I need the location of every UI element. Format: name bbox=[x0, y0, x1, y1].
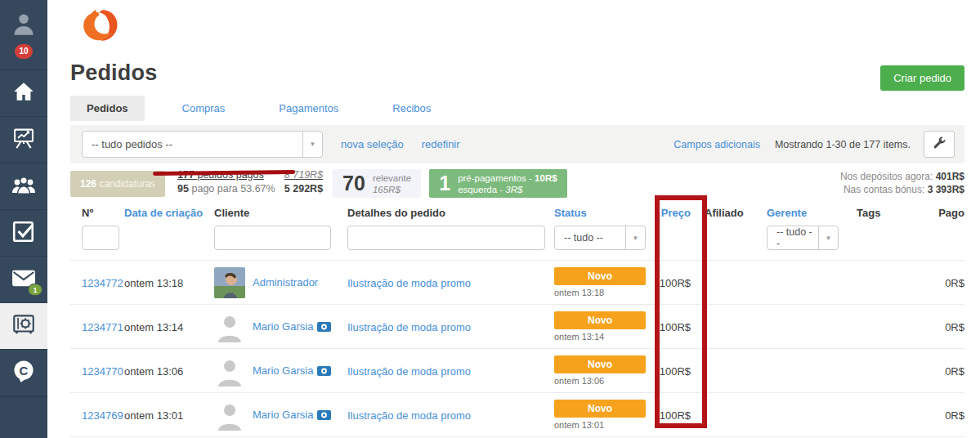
tab-pagamentos[interactable]: Pagamentos bbox=[262, 96, 355, 121]
additional-fields-link[interactable]: Campos adicionais bbox=[673, 139, 760, 150]
col-header-tags: Tags bbox=[843, 207, 924, 219]
tab-pedidos[interactable]: Pedidos bbox=[70, 96, 145, 121]
table-row: 1234769 ontem 13:01 Mario Garsia Ilustra… bbox=[70, 393, 964, 437]
sidebar-item-chat[interactable]: C bbox=[0, 350, 47, 396]
col-header-number: Nº bbox=[70, 207, 121, 219]
filter-status-select[interactable]: -- tudo -- ▼ bbox=[554, 226, 646, 250]
order-created: ontem 13:01 bbox=[124, 409, 183, 422]
chevron-down-icon: ▼ bbox=[818, 226, 838, 249]
sidebar-item-tasks[interactable] bbox=[0, 210, 47, 257]
chevron-down-icon: ▼ bbox=[302, 132, 322, 157]
stat-applications-label: candidaturas bbox=[99, 178, 155, 190]
table-filter-row: -- tudo -- ▼ -- tudo -- ▼ bbox=[70, 226, 964, 261]
reset-link[interactable]: redefinir bbox=[422, 138, 460, 150]
order-number-link[interactable]: 1234769 bbox=[82, 409, 123, 422]
filter-client-input[interactable] bbox=[214, 226, 331, 250]
tab-compras[interactable]: Compras bbox=[166, 96, 242, 121]
wrench-icon bbox=[933, 136, 946, 153]
table-settings-button[interactable] bbox=[924, 131, 955, 158]
order-created: ontem 13:14 bbox=[124, 321, 183, 333]
sidebar-item-user[interactable]: 10 bbox=[0, 0, 47, 70]
order-number-link[interactable]: 1234771 bbox=[82, 321, 123, 333]
page-title: Pedidos bbox=[70, 60, 964, 86]
app-logo-squirrel-icon[interactable] bbox=[78, 7, 121, 47]
stat-relevant: 70 relevante 165R$ bbox=[333, 169, 421, 198]
order-created: ontem 13:06 bbox=[124, 365, 183, 378]
statistics-board-icon bbox=[11, 126, 36, 154]
client-name-link[interactable]: Mario Garsia bbox=[253, 320, 313, 333]
sidebar-item-mail[interactable]: 1 bbox=[0, 257, 47, 303]
filter-bar: -- tudo pedidos -- ▼ nova seleção redefi… bbox=[70, 125, 964, 163]
account-balances: Nos depósitos agora: 401R$ Nas contas bó… bbox=[840, 170, 964, 196]
table-row: 1234772 ontem 13:18 Administrador Ilustr… bbox=[70, 261, 964, 305]
saved-filter-select[interactable]: -- tudo pedidos -- ▼ bbox=[82, 131, 323, 158]
camera-badge-icon bbox=[317, 366, 331, 376]
sidebar-item-orders-active[interactable] bbox=[0, 303, 47, 350]
main-content: Pedidos Criar pedido Pedidos Compras Pag… bbox=[47, 0, 980, 438]
status-badge: Novo bbox=[554, 311, 646, 329]
col-header-client: Cliente bbox=[206, 207, 335, 219]
filter-number-input[interactable] bbox=[82, 226, 119, 250]
stat-applications: 126 candidaturas bbox=[70, 171, 165, 197]
chevron-down-icon: ▼ bbox=[625, 226, 645, 249]
stat-relevant-amount: 165R$ bbox=[373, 185, 401, 194]
camera-badge-icon bbox=[317, 322, 331, 332]
checkbox-check-icon bbox=[11, 219, 36, 247]
order-details-link[interactable]: Ilustração de moda promo bbox=[347, 321, 471, 333]
order-details-link[interactable]: Ilustração de moda promo bbox=[347, 409, 471, 422]
svg-text:C: C bbox=[20, 364, 29, 378]
col-header-affiliate: Afiliado bbox=[697, 207, 754, 219]
order-price: 100R$ bbox=[660, 409, 691, 422]
stat-relevant-label: relevante bbox=[373, 173, 411, 183]
create-order-button[interactable]: Criar pedido bbox=[880, 65, 964, 91]
orders-page: 10 bbox=[0, 0, 980, 438]
col-header-status[interactable]: Status bbox=[542, 207, 648, 219]
order-paid: 0R$ bbox=[945, 365, 964, 378]
stat-paid-orders-line1: 177 pedidos pagos bbox=[177, 169, 264, 181]
order-number-link[interactable]: 1234772 bbox=[82, 277, 123, 289]
tab-recibos[interactable]: Recibos bbox=[376, 96, 447, 121]
client-placeholder-avatar bbox=[214, 311, 245, 342]
filter-details-input[interactable] bbox=[347, 226, 545, 250]
sidebar-item-customers[interactable] bbox=[0, 163, 47, 210]
stat-applications-value: 126 bbox=[80, 178, 96, 190]
stats-row: 126 candidaturas 177 pedidos pagos 8 719… bbox=[70, 169, 964, 198]
col-header-details: Detalhes do pedido bbox=[335, 207, 542, 219]
client-placeholder-avatar bbox=[214, 400, 245, 431]
table-row: 1234771 ontem 13:14 Mario Garsia Ilustra… bbox=[70, 305, 964, 349]
client-photo-avatar bbox=[214, 267, 245, 298]
col-header-price[interactable]: Preço bbox=[648, 207, 697, 219]
new-selection-link[interactable]: nova seleção bbox=[341, 138, 404, 150]
stat-paid-orders: 177 pedidos pagos 8 719R$ 95 pago para 5… bbox=[177, 169, 323, 194]
order-details-link[interactable]: Ilustração de moda promo bbox=[347, 277, 471, 289]
orders-table: Nº Data de criação Cliente Detalhes do p… bbox=[70, 203, 964, 437]
status-time: ontem 13:14 bbox=[554, 332, 648, 342]
bonus-line: Nas contas bónus: 3 393R$ bbox=[840, 183, 964, 196]
deposits-line: Nos depósitos agora: 401R$ bbox=[840, 170, 964, 183]
stat-paid-orders-paid-amount: 5 292R$ bbox=[284, 183, 323, 194]
order-price: 100R$ bbox=[660, 277, 691, 289]
client-name-link[interactable]: Mario Garsia bbox=[253, 409, 313, 421]
order-paid: 0R$ bbox=[945, 321, 964, 333]
status-time: ontem 13:06 bbox=[554, 376, 648, 386]
sidebar-item-statistics[interactable] bbox=[0, 117, 47, 163]
saved-filter-select-value: -- tudo pedidos -- bbox=[92, 138, 172, 150]
col-header-created[interactable]: Data de criação bbox=[121, 207, 206, 219]
order-created: ontem 13:18 bbox=[124, 277, 183, 289]
order-number-link[interactable]: 1234770 bbox=[82, 365, 123, 378]
order-paid: 0R$ bbox=[945, 409, 964, 422]
client-name-link[interactable]: Administrador bbox=[253, 276, 318, 288]
mail-notification-badge: 1 bbox=[28, 284, 43, 296]
home-icon bbox=[12, 81, 35, 105]
order-details-link[interactable]: Ilustração de moda promo bbox=[347, 365, 471, 378]
status-time: ontem 13:18 bbox=[554, 288, 648, 297]
stat-prepayments-line1: pré-pagamentos - 10R$ bbox=[458, 173, 557, 183]
stat-relevant-value: 70 bbox=[342, 172, 365, 195]
client-name-link[interactable]: Mario Garsia bbox=[253, 364, 313, 377]
sidebar: 10 bbox=[0, 0, 47, 438]
filter-manager-select[interactable]: -- tudo -- ▼ bbox=[767, 226, 839, 250]
sidebar-item-home[interactable] bbox=[0, 70, 47, 117]
col-header-manager[interactable]: Gerente bbox=[754, 207, 843, 219]
stat-paid-orders-amount: 8 719R$ bbox=[284, 169, 323, 181]
status-badge: Novo bbox=[554, 400, 646, 418]
